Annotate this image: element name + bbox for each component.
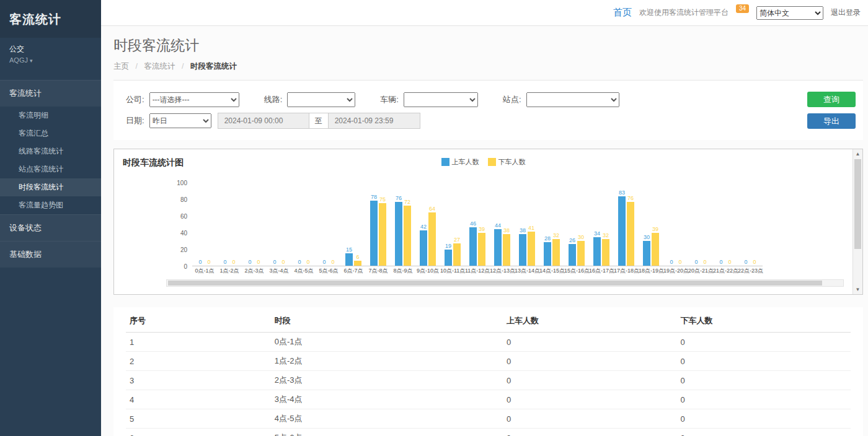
notification-badge[interactable]: 34 [736,4,749,13]
bar[interactable]: 41 [528,183,536,266]
scroll-up-icon[interactable]: ▲ [853,151,862,157]
bar[interactable]: 0 [296,183,304,266]
bar[interactable]: 28 [544,183,552,266]
sidebar-item-0-4[interactable]: 时段客流统计 [0,178,101,196]
bar-group-0: 00 [192,183,217,266]
bar[interactable]: 32 [602,183,610,266]
legend-item-0[interactable]: 上车人数 [441,157,479,167]
sidebar-item-0-0[interactable]: 客流明细 [0,107,101,124]
export-button[interactable]: 导出 [807,113,856,129]
bar[interactable]: 19 [445,183,453,266]
bar[interactable]: 32 [552,183,560,266]
chart-horizontal-scrollbar[interactable] [166,279,844,287]
bar[interactable]: 39 [652,183,660,266]
bar[interactable]: 76 [627,183,635,266]
vehicle-select[interactable] [404,92,478,107]
bar[interactable]: 0 [668,183,676,266]
bar[interactable]: 0 [230,183,238,266]
date-end-input[interactable] [329,113,420,129]
sidebar-item-0-3[interactable]: 站点客流统计 [0,160,101,178]
chart-vertical-scrollbar[interactable]: ▲ ▼ [852,149,862,294]
bar-group-5: 00 [316,183,341,266]
bar-value-label: 15 [346,246,352,253]
horizontal-scroll-thumb[interactable] [168,281,822,286]
bar-value-label: 46 [470,220,476,227]
bar[interactable]: 0 [304,183,312,266]
y-axis-tick: 100 [177,180,187,186]
bar[interactable]: 0 [751,183,759,266]
breadcrumb-passenger-stats[interactable]: 客流统计 [144,62,175,71]
welcome-text: 欢迎使用客流统计管理平台 [639,7,728,18]
bar[interactable]: 75 [379,183,387,266]
bar[interactable]: 0 [255,183,263,266]
bar[interactable]: 0 [742,183,750,266]
bar[interactable]: 0 [321,183,329,266]
sidebar-section-2[interactable]: 基础数据 [0,241,101,268]
bar[interactable]: 38 [519,183,527,266]
bar[interactable]: 0 [197,183,205,266]
bars-area: 0000000000001567875767242641927463944383… [192,183,763,276]
vertical-scroll-thumb[interactable] [854,159,861,249]
chart-legend: 上车人数下车人数 [441,157,526,167]
bar-rect [618,196,626,266]
date-start-input[interactable] [218,113,309,129]
bar[interactable]: 0 [246,183,254,266]
language-select[interactable]: 简体中文 [756,6,823,20]
bar[interactable]: 64 [428,183,436,266]
bar-group-19: 00 [663,183,688,266]
sidebar-item-0-2[interactable]: 线路客流统计 [0,142,101,160]
org-selector[interactable]: AQGJ▾ [9,56,92,64]
line-select[interactable] [287,92,355,107]
bar[interactable]: 0 [693,183,701,266]
sidebar-section-1[interactable]: 设备状态 [0,214,101,241]
vehicle-field: 车辆: [380,92,478,107]
bar[interactable]: 0 [205,183,213,266]
bar-value-label: 0 [703,259,706,266]
bar[interactable]: 76 [395,183,403,266]
chart-inner: 时段车流统计图 上车人数下车人数 020406080100 0000000000… [114,149,862,287]
bar[interactable]: 30 [577,183,585,266]
home-link[interactable]: 首页 [613,7,632,19]
station-select[interactable] [526,92,619,107]
sidebar-section-0[interactable]: 客流统计 [0,80,101,107]
sidebar-item-0-1[interactable]: 客流汇总 [0,124,101,142]
sidebar-item-0-5[interactable]: 客流量趋势图 [0,196,101,214]
bar[interactable]: 39 [478,183,486,266]
bar-value-label: 0 [257,259,260,266]
bar[interactable]: 15 [345,183,353,266]
bar-value-label: 41 [528,225,534,232]
bar[interactable]: 42 [420,183,428,266]
bar[interactable]: 26 [569,183,577,266]
x-axis-label: 21点-22点 [713,266,738,276]
scroll-down-icon[interactable]: ▼ [853,287,862,292]
bar[interactable]: 38 [503,183,511,266]
bar[interactable]: 0 [676,183,684,266]
bar[interactable]: 44 [494,183,502,266]
filter-row-1: 公司: ---请选择--- 线路: 车辆: [126,92,644,108]
bar[interactable]: 30 [643,183,651,266]
date-range-separator: 至 [309,113,329,129]
bar[interactable]: 6 [354,183,362,266]
query-button[interactable]: 查询 [807,92,856,107]
legend-item-1[interactable]: 下车人数 [488,157,526,167]
table-cell: 0 [503,371,677,390]
date-preset-select[interactable]: 昨日 [149,113,211,128]
bar[interactable]: 78 [370,183,378,266]
bar[interactable]: 27 [453,183,461,266]
bar[interactable]: 0 [717,183,725,266]
bar[interactable]: 0 [280,183,288,266]
bar[interactable]: 83 [618,183,626,266]
bar[interactable]: 0 [271,183,279,266]
bar[interactable]: 0 [329,183,337,266]
bar[interactable]: 72 [404,183,412,266]
bar[interactable]: 0 [221,183,229,266]
breadcrumb-home[interactable]: 主页 [113,62,129,71]
bar-group-11: 4639 [465,183,490,266]
bar[interactable]: 34 [593,183,601,266]
bar[interactable]: 0 [726,183,734,266]
logout-link[interactable]: 退出登录 [831,7,861,18]
company-select[interactable]: ---请选择--- [149,92,239,107]
bar[interactable]: 0 [701,183,709,266]
date-field: 日期: 昨日 至 [126,113,420,129]
bar[interactable]: 46 [469,183,477,266]
